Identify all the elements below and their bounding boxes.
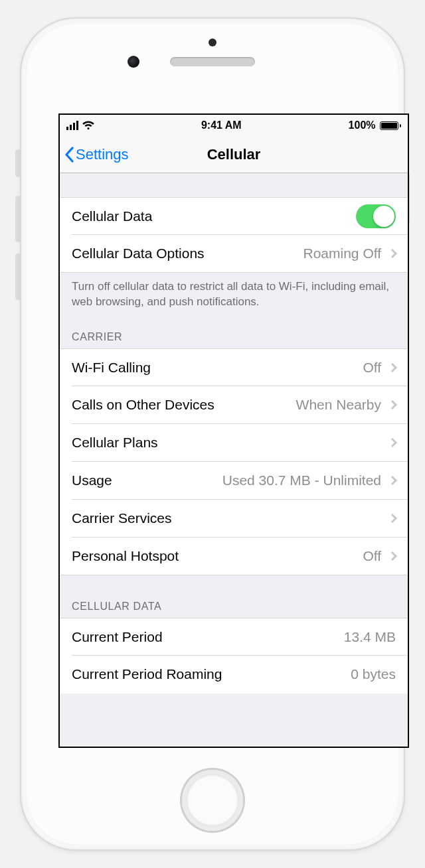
chevron-right-icon [388, 514, 397, 523]
carrier-header: CARRIER [60, 314, 408, 348]
earpiece-speaker [170, 57, 255, 66]
back-button[interactable]: Settings [64, 136, 129, 173]
volume-down-button [15, 253, 21, 300]
current-period-roaming-label: Current Period Roaming [72, 666, 351, 682]
wifi-calling-row[interactable]: Wi-Fi Calling Off [60, 348, 408, 386]
cellular-signal-icon [66, 121, 78, 130]
section-gap [60, 173, 408, 197]
usage-label: Usage [72, 472, 222, 488]
status-left [66, 121, 94, 130]
cellular-data-options-value: Roaming Off [303, 246, 382, 261]
wifi-calling-label: Wi-Fi Calling [72, 360, 363, 376]
calls-other-devices-value: When Nearby [296, 397, 381, 413]
iphone-frame: 9:41 AM 100% Settings Cellular [21, 19, 404, 849]
current-period-row: Current Period 13.4 MB [60, 618, 408, 656]
proximity-sensor [209, 38, 216, 46]
cellular-data-row[interactable]: Cellular Data [60, 197, 408, 235]
current-period-roaming-row: Current Period Roaming 0 bytes [60, 656, 408, 693]
chevron-right-icon [388, 363, 397, 372]
back-label: Settings [76, 146, 129, 163]
chevron-right-icon [388, 438, 397, 447]
cellular-data-header: CELLULAR DATA [60, 575, 408, 618]
current-period-roaming-value: 0 bytes [351, 666, 396, 682]
screen: 9:41 AM 100% Settings Cellular [58, 113, 409, 748]
cellular-plans-label: Cellular Plans [72, 435, 385, 451]
current-period-label: Current Period [72, 629, 344, 645]
chevron-right-icon [388, 249, 397, 258]
carrier-services-label: Carrier Services [72, 510, 385, 526]
calls-other-devices-label: Calls on Other Devices [72, 397, 296, 413]
chevron-left-icon [64, 147, 74, 163]
page-title: Cellular [207, 146, 261, 163]
chevron-right-icon [388, 551, 397, 561]
calls-other-devices-row[interactable]: Calls on Other Devices When Nearby [60, 386, 408, 424]
wifi-calling-value: Off [363, 360, 381, 376]
home-button[interactable] [182, 770, 243, 831]
volume-up-button [15, 196, 21, 242]
status-right: 100% [349, 119, 401, 131]
current-period-value: 13.4 MB [344, 629, 396, 645]
battery-icon [380, 121, 402, 130]
cellular-data-options-label: Cellular Data Options [72, 246, 303, 261]
usage-value: Used 30.7 MB - Unlimited [222, 472, 381, 488]
usage-row[interactable]: Usage Used 30.7 MB - Unlimited [60, 462, 408, 500]
personal-hotspot-value: Off [363, 548, 381, 564]
personal-hotspot-label: Personal Hotspot [72, 548, 363, 564]
cellular-data-label: Cellular Data [72, 208, 356, 224]
status-time: 9:41 AM [201, 119, 242, 131]
personal-hotspot-row[interactable]: Personal Hotspot Off [60, 538, 408, 575]
cellular-data-toggle[interactable] [356, 204, 396, 228]
front-camera [128, 56, 139, 68]
status-bar: 9:41 AM 100% [60, 115, 408, 136]
chevron-right-icon [388, 476, 397, 485]
mute-switch [15, 149, 21, 177]
cellular-plans-row[interactable]: Cellular Plans [60, 424, 408, 462]
cellular-data-options-row[interactable]: Cellular Data Options Roaming Off [60, 235, 408, 273]
battery-percent: 100% [349, 119, 376, 131]
carrier-services-row[interactable]: Carrier Services [60, 500, 408, 538]
nav-bar: Settings Cellular [60, 136, 408, 173]
chevron-right-icon [388, 400, 397, 409]
wifi-icon [82, 121, 94, 130]
cellular-data-footer: Turn off cellular data to restrict all d… [60, 273, 408, 314]
